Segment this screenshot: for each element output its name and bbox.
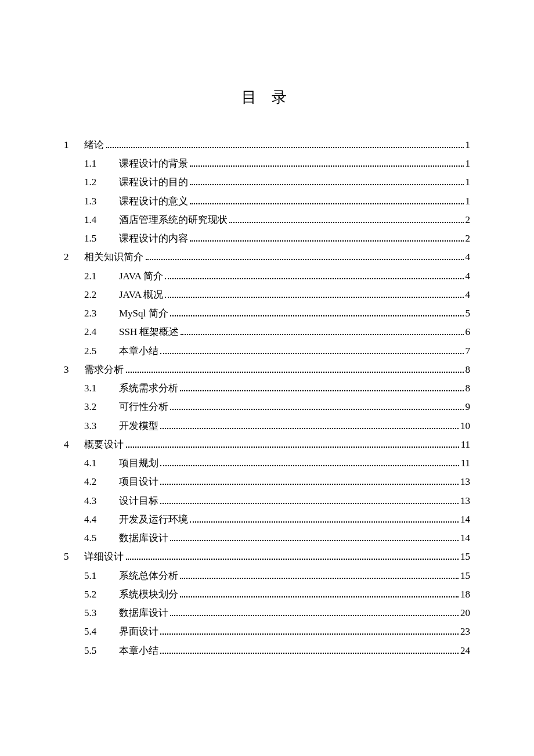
toc-leader-dots xyxy=(170,532,459,541)
toc-leader-dots xyxy=(170,607,459,616)
toc-entry: 3.3开发模型10 xyxy=(64,420,470,431)
toc-entry-number: 1.2 xyxy=(84,177,119,187)
toc-entry-page: 8 xyxy=(466,383,471,393)
toc-leader-dots xyxy=(190,233,464,242)
toc-leader-dots xyxy=(160,627,459,635)
toc-entry-number: 4.4 xyxy=(84,514,119,524)
toc-entry-title: 项目设计 xyxy=(119,477,158,487)
toc-title: 目 录 xyxy=(64,87,470,107)
toc-entry-page: 18 xyxy=(460,589,470,599)
toc-entry-number: 5.5 xyxy=(84,646,119,656)
toc-leader-dots xyxy=(126,552,459,560)
toc-entry: 2.2JAVA 概况4 xyxy=(64,289,470,300)
toc-entry-number: 4.2 xyxy=(84,477,119,487)
toc-entry-title: 本章小结 xyxy=(119,646,158,656)
toc-entry-number: 2.3 xyxy=(84,308,119,318)
toc-entry: 1.3课程设计的意义1 xyxy=(64,196,470,206)
toc-entry-title: 系统需求分析 xyxy=(119,383,178,393)
toc-entry-number: 5.1 xyxy=(84,571,119,581)
toc-entry-page: 14 xyxy=(460,514,470,524)
toc-entry-title: 酒店管理系统的研究现状 xyxy=(119,215,228,225)
toc-entry-number: 1.1 xyxy=(84,159,119,168)
toc-entry-page: 4 xyxy=(466,252,471,262)
toc-entry-number: 4.5 xyxy=(84,533,119,543)
toc-entry: 3需求分析8 xyxy=(64,364,470,375)
toc-entry: 5.1系统总体分析15 xyxy=(64,570,470,581)
toc-entry: 2.4SSH 框架概述6 xyxy=(64,327,470,337)
toc-entry-title: 设计目标 xyxy=(119,496,158,506)
toc-entry-number: 1.5 xyxy=(84,233,119,243)
toc-entry-number: 1 xyxy=(64,140,84,150)
toc-entry-title: 数据库设计 xyxy=(119,533,168,543)
toc-entry-page: 1 xyxy=(466,177,471,187)
toc-entry: 1.5课程设计的内容2 xyxy=(64,233,470,243)
toc-leader-dots xyxy=(181,327,463,336)
toc-leader-dots xyxy=(170,402,464,411)
toc-leader-dots xyxy=(160,645,459,654)
toc-entry-number: 2.4 xyxy=(84,327,119,337)
toc-entry: 4.5数据库设计14 xyxy=(64,532,470,543)
toc-entry-title: 开发及运行环境 xyxy=(119,514,188,524)
toc-entry: 5.2系统模块划分18 xyxy=(64,589,470,599)
toc-leader-dots xyxy=(180,383,464,391)
toc-entry-number: 5 xyxy=(64,552,84,561)
toc-entry: 5.3数据库设计20 xyxy=(64,607,470,618)
toc-entry-title: 数据库设计 xyxy=(119,608,168,618)
toc-entry: 2相关知识简介4 xyxy=(64,252,470,262)
toc-entry-page: 1 xyxy=(466,140,471,150)
toc-entry: 5.4界面设计23 xyxy=(64,627,470,637)
toc-leader-dots xyxy=(190,514,459,523)
toc-leader-dots xyxy=(160,458,459,466)
toc-entry-page: 1 xyxy=(466,196,471,206)
toc-entry-title: 系统模块划分 xyxy=(119,589,178,599)
toc-leader-dots xyxy=(126,364,464,373)
toc-entry-number: 4.1 xyxy=(84,458,119,468)
toc-entry-title: 课程设计的内容 xyxy=(119,233,188,243)
toc-entry-title: 本章小结 xyxy=(119,346,158,356)
toc-entry-title: 界面设计 xyxy=(119,627,158,636)
toc-leader-dots xyxy=(180,570,459,579)
toc-entry: 4.1项目规划11 xyxy=(64,458,470,468)
toc-entry: 4.3设计目标13 xyxy=(64,495,470,506)
toc-entry-number: 3.3 xyxy=(84,421,119,431)
toc-leader-dots xyxy=(160,420,459,429)
toc-leader-dots xyxy=(180,589,459,597)
toc-entry-title: SSH 框架概述 xyxy=(119,327,179,337)
toc-entry-title: 开发模型 xyxy=(119,421,158,431)
toc-leader-dots xyxy=(160,495,459,504)
toc-entry-number: 1.3 xyxy=(84,196,119,206)
toc-entry-page: 6 xyxy=(466,327,471,337)
toc-entry-page: 9 xyxy=(466,402,471,412)
toc-entry-page: 7 xyxy=(466,346,471,356)
toc-entry-page: 4 xyxy=(466,290,471,300)
toc-entry-title: JAVA 概况 xyxy=(119,290,163,300)
toc-entry-page: 13 xyxy=(460,496,470,506)
toc-entry-page: 5 xyxy=(466,308,471,318)
toc-entry-page: 4 xyxy=(466,271,471,281)
toc-entry-title: 绪论 xyxy=(84,140,104,150)
toc-entry-number: 3.2 xyxy=(84,402,119,412)
toc-entry-number: 5.3 xyxy=(84,608,119,618)
toc-entry: 5.5本章小结24 xyxy=(64,645,470,656)
toc-entry-number: 5.2 xyxy=(84,589,119,599)
toc-entry: 1绪论1 xyxy=(64,139,470,150)
toc-entry-page: 2 xyxy=(466,215,471,225)
toc-entry-title: 概要设计 xyxy=(84,440,124,449)
toc-entry-title: 详细设计 xyxy=(84,552,124,561)
toc-leader-dots xyxy=(165,289,463,298)
toc-entry-title: 课程设计的意义 xyxy=(119,196,188,206)
toc-entry-title: 需求分析 xyxy=(84,365,124,375)
table-of-contents: 1绪论11.1课程设计的背景11.2课程设计的目的11.3课程设计的意义11.4… xyxy=(64,139,470,656)
toc-leader-dots xyxy=(170,308,464,316)
toc-entry-page: 11 xyxy=(461,440,470,449)
toc-entry-number: 2.1 xyxy=(84,271,119,281)
toc-leader-dots xyxy=(146,252,464,261)
toc-entry: 1.2课程设计的目的1 xyxy=(64,177,470,188)
toc-entry-number: 2.5 xyxy=(84,346,119,356)
toc-entry-number: 2.2 xyxy=(84,290,119,300)
toc-entry-number: 4.3 xyxy=(84,496,119,506)
toc-leader-dots xyxy=(190,177,464,186)
toc-entry: 3.1系统需求分析8 xyxy=(64,383,470,393)
toc-entry-page: 15 xyxy=(460,552,470,561)
toc-entry-page: 13 xyxy=(460,477,470,487)
